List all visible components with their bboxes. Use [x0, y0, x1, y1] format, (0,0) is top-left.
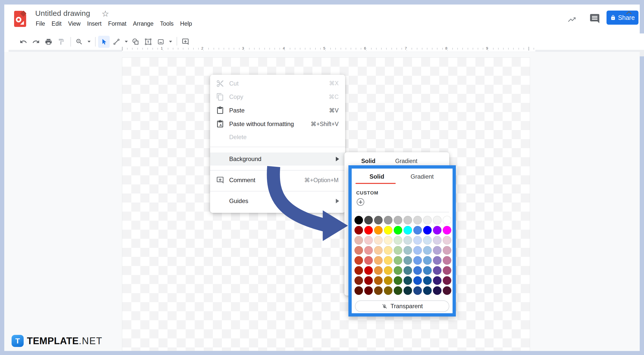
color-swatch[interactable] — [443, 256, 451, 265]
hide-menus-chevron-icon[interactable] — [625, 9, 633, 17]
context-item-guides[interactable]: Guides — [210, 194, 345, 208]
color-swatch[interactable] — [413, 286, 422, 295]
star-icon[interactable]: ☆ — [102, 9, 109, 19]
color-swatch[interactable] — [374, 246, 383, 255]
color-swatch[interactable] — [354, 216, 363, 224]
color-swatch[interactable] — [384, 256, 392, 265]
color-swatch[interactable] — [394, 216, 402, 224]
menu-edit[interactable]: Edit — [48, 19, 65, 28]
color-swatch[interactable] — [364, 256, 373, 265]
color-swatch[interactable] — [354, 256, 363, 265]
color-swatch[interactable] — [374, 226, 383, 234]
submenu-tab-gradient[interactable]: Gradient — [395, 158, 417, 165]
color-swatch[interactable] — [443, 276, 451, 285]
menu-view[interactable]: View — [65, 19, 84, 28]
paint-format-button[interactable] — [55, 36, 67, 48]
color-swatch[interactable] — [364, 266, 373, 275]
color-swatch[interactable] — [384, 276, 392, 285]
color-swatch[interactable] — [394, 266, 402, 275]
color-swatch[interactable] — [443, 236, 451, 245]
color-swatch[interactable] — [354, 226, 363, 234]
color-swatch[interactable] — [404, 216, 412, 224]
menu-file[interactable]: File — [32, 19, 48, 28]
color-swatch[interactable] — [433, 246, 441, 255]
color-swatch[interactable] — [413, 246, 422, 255]
zoom-dropdown-caret[interactable] — [86, 36, 92, 48]
color-swatch[interactable] — [374, 286, 383, 295]
context-item-paste-without-formatting[interactable]: A Paste without formatting ⌘+Shift+V — [210, 117, 345, 131]
context-item-delete[interactable]: Delete — [210, 131, 345, 143]
color-swatch[interactable] — [384, 266, 392, 275]
color-swatch[interactable] — [443, 286, 451, 295]
color-swatch[interactable] — [404, 276, 412, 285]
color-swatch[interactable] — [374, 216, 383, 224]
color-swatch[interactable] — [404, 246, 412, 255]
color-swatch[interactable] — [423, 246, 432, 255]
context-item-comment[interactable]: Comment ⌘+Option+M — [210, 174, 345, 187]
color-swatch[interactable] — [374, 256, 383, 265]
color-swatch[interactable] — [384, 226, 392, 234]
menu-format[interactable]: Format — [105, 19, 130, 28]
color-swatch[interactable] — [433, 276, 441, 285]
activity-trend-icon[interactable] — [565, 15, 578, 24]
print-button[interactable] — [43, 36, 54, 48]
line-tool-button[interactable] — [111, 36, 122, 48]
menu-tools[interactable]: Tools — [157, 19, 177, 28]
color-swatch[interactable] — [364, 276, 373, 285]
color-swatch[interactable] — [413, 226, 422, 234]
color-swatch[interactable] — [433, 226, 441, 234]
color-swatch[interactable] — [433, 286, 441, 295]
color-swatch[interactable] — [374, 276, 383, 285]
color-swatch[interactable] — [443, 216, 451, 224]
color-swatch[interactable] — [433, 216, 441, 224]
color-swatch[interactable] — [413, 256, 422, 265]
menu-arrange[interactable]: Arrange — [130, 19, 157, 28]
color-swatch[interactable] — [354, 276, 363, 285]
color-swatch[interactable] — [423, 256, 432, 265]
color-swatch[interactable] — [364, 246, 373, 255]
zoom-tool-button[interactable] — [73, 36, 85, 48]
color-swatch[interactable] — [413, 236, 422, 245]
color-swatch[interactable] — [364, 236, 373, 245]
color-swatch[interactable] — [384, 286, 392, 295]
undo-button[interactable] — [18, 36, 29, 48]
transparent-button[interactable]: Transparent — [355, 300, 449, 312]
color-swatch[interactable] — [364, 286, 373, 295]
color-swatch[interactable] — [394, 286, 402, 295]
color-swatch[interactable] — [413, 266, 422, 275]
color-swatch[interactable] — [374, 266, 383, 275]
color-swatch[interactable] — [384, 216, 392, 224]
color-swatch[interactable] — [384, 236, 392, 245]
color-swatch[interactable] — [423, 266, 432, 275]
google-drawings-logo-icon[interactable] — [14, 11, 26, 27]
tab-gradient[interactable]: Gradient — [399, 173, 445, 180]
context-item-copy[interactable]: Copy ⌘C — [210, 90, 345, 104]
color-swatch[interactable] — [423, 236, 432, 245]
color-swatch[interactable] — [433, 236, 441, 245]
color-swatch[interactable] — [404, 226, 412, 234]
color-swatch[interactable] — [443, 266, 451, 275]
color-swatch[interactable] — [413, 216, 422, 224]
color-swatch[interactable] — [404, 266, 412, 275]
color-swatch[interactable] — [394, 276, 402, 285]
context-item-background[interactable]: Background — [210, 152, 345, 166]
tab-solid[interactable]: Solid — [354, 173, 399, 180]
document-title[interactable]: Untitled drawing — [35, 9, 90, 18]
color-swatch[interactable] — [394, 246, 402, 255]
color-swatch[interactable] — [433, 266, 441, 275]
redo-button[interactable] — [30, 36, 42, 48]
context-item-paste[interactable]: Paste ⌘V — [210, 104, 345, 117]
context-item-cut[interactable]: Cut ⌘X — [210, 77, 345, 90]
color-swatch[interactable] — [404, 286, 412, 295]
color-swatch[interactable] — [404, 256, 412, 265]
comments-icon[interactable] — [589, 13, 600, 24]
color-swatch[interactable] — [404, 236, 412, 245]
select-tool-button[interactable] — [98, 36, 110, 48]
color-swatch[interactable] — [364, 226, 373, 234]
color-swatch[interactable] — [423, 276, 432, 285]
color-swatch[interactable] — [423, 286, 432, 295]
share-button[interactable]: Share — [607, 11, 638, 25]
color-swatch[interactable] — [354, 266, 363, 275]
color-swatch[interactable] — [443, 226, 451, 234]
color-swatch[interactable] — [364, 216, 373, 224]
